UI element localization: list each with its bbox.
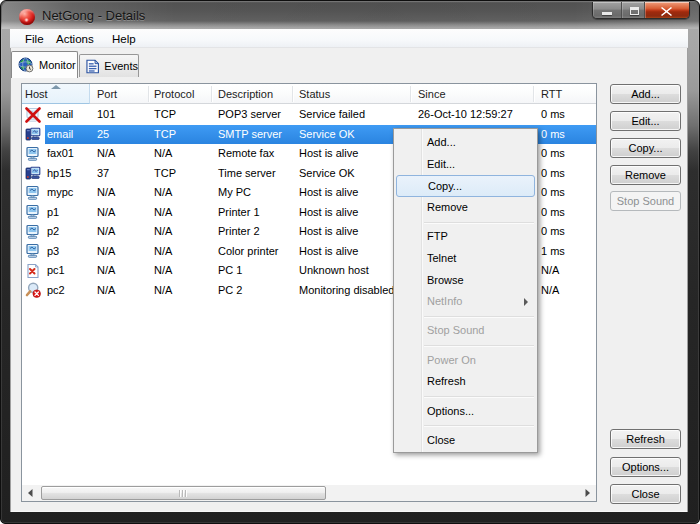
column-divider[interactable]: [410, 86, 411, 102]
cell-rtt: N/A: [541, 261, 559, 281]
context-menu-edit[interactable]: Edit...: [396, 154, 535, 176]
app-window: NetGong - Details FileActionsHelp: [0, 0, 700, 524]
stop-sound-button[interactable]: Stop Sound: [610, 191, 681, 211]
column-divider[interactable]: [533, 86, 534, 102]
cell-status: Host is alive: [299, 183, 358, 203]
column-header-description[interactable]: Description: [218, 84, 273, 103]
cell-since: 26-Oct-10 12:59:27: [418, 105, 513, 125]
scroll-right-arrow-icon[interactable]: [579, 485, 596, 501]
cell-port: N/A: [97, 203, 115, 223]
cell-status: Service OK: [299, 125, 355, 145]
context-menu-stop-sound[interactable]: Stop Sound: [396, 320, 535, 342]
remove-button[interactable]: Remove: [610, 165, 681, 185]
context-menu-item-label: Options...: [427, 401, 474, 423]
menu-separator: [424, 222, 534, 223]
context-menu-power-on[interactable]: Power On: [396, 350, 535, 372]
column-divider[interactable]: [292, 86, 293, 102]
host-service-icon: [25, 126, 41, 142]
cell-host: email: [47, 125, 73, 145]
context-menu-item-label: Edit...: [427, 154, 455, 176]
refresh-button[interactable]: Refresh: [610, 429, 681, 449]
app-icon[interactable]: [19, 9, 35, 25]
minimize-button[interactable]: [593, 2, 621, 18]
cell-port: N/A: [97, 144, 115, 164]
host-alive-icon: [25, 224, 41, 240]
caption-buttons: [592, 2, 690, 19]
context-menu-options[interactable]: Options...: [396, 401, 535, 423]
menu-file[interactable]: File: [25, 31, 44, 47]
cell-status: Monitoring disabled: [299, 281, 394, 301]
host-unknown-icon: [25, 263, 41, 279]
cell-host: p3: [47, 242, 59, 262]
copy-button[interactable]: Copy...: [610, 138, 681, 158]
column-divider[interactable]: [148, 86, 149, 102]
menu-actions[interactable]: Actions: [56, 31, 94, 47]
edit-button[interactable]: Edit...: [610, 111, 681, 131]
cell-protocol: N/A: [154, 183, 172, 203]
cell-protocol: TCP: [154, 105, 176, 125]
host-alive-icon: [25, 204, 41, 220]
cell-host: email: [47, 105, 73, 125]
scrollbar-thumb[interactable]: [41, 486, 326, 500]
cell-status: Service failed: [299, 105, 365, 125]
context-menu-refresh[interactable]: Refresh: [396, 371, 535, 393]
context-menu-netinfo[interactable]: NetInfo: [396, 291, 535, 313]
column-header-since[interactable]: Since: [418, 84, 446, 103]
cell-port: N/A: [97, 183, 115, 203]
context-menu-item-label: Browse: [427, 270, 464, 292]
horizontal-scrollbar[interactable]: [22, 485, 596, 501]
context-menu-item-label: Add...: [427, 132, 456, 154]
host-service-icon: [25, 165, 41, 181]
table-row-email[interactable]: email101TCPPOP3 serverService failed26-O…: [22, 105, 596, 125]
cell-status: Service OK: [299, 164, 355, 184]
cell-protocol: TCP: [154, 164, 176, 184]
tab-events[interactable]: Events: [79, 54, 139, 77]
cell-rtt: 0 ms: [541, 164, 565, 184]
context-menu-copy[interactable]: Copy...: [396, 175, 535, 197]
cell-description: Printer 1: [218, 203, 260, 223]
context-menu-item-label: Power On: [427, 350, 476, 372]
column-header-status[interactable]: Status: [299, 84, 330, 103]
cell-port: N/A: [97, 242, 115, 262]
menu-separator: [424, 316, 534, 317]
column-header-port[interactable]: Port: [97, 84, 117, 103]
close-button[interactable]: [645, 2, 689, 18]
column-header-rtt[interactable]: RTT: [541, 84, 562, 103]
context-menu-browse[interactable]: Browse: [396, 270, 535, 292]
scroll-left-arrow-icon[interactable]: [22, 485, 39, 501]
context-menu-add[interactable]: Add...: [396, 132, 535, 154]
close-icon: [661, 7, 672, 16]
context-menu-telnet[interactable]: Telnet: [396, 248, 535, 270]
cell-protocol: N/A: [154, 281, 172, 301]
maximize-button[interactable]: [621, 2, 646, 18]
context-menu-ftp[interactable]: FTP: [396, 226, 535, 248]
column-divider[interactable]: [211, 86, 212, 102]
context-menu-close[interactable]: Close: [396, 430, 535, 452]
cell-protocol: TCP: [154, 125, 176, 145]
add-button[interactable]: Add...: [610, 84, 681, 104]
client-area: FileActionsHelp Monitor: [10, 29, 688, 512]
options-button[interactable]: Options...: [610, 457, 681, 477]
tab-monitor[interactable]: Monitor: [11, 51, 78, 78]
menu-separator: [424, 396, 534, 397]
cell-host: mypc: [47, 183, 73, 203]
cell-protocol: N/A: [154, 242, 172, 262]
context-menu-item-label: FTP: [427, 226, 448, 248]
cell-protocol: N/A: [154, 203, 172, 223]
cell-description: My PC: [218, 183, 251, 203]
cell-rtt: 1 ms: [541, 242, 565, 262]
cell-host: pc1: [47, 261, 65, 281]
column-header-host[interactable]: Host: [25, 84, 48, 103]
tab-events-label: Events: [104, 60, 138, 72]
menubar: FileActionsHelp: [10, 29, 688, 48]
minimize-icon: [602, 12, 612, 15]
cell-status: Host is alive: [299, 222, 358, 242]
menu-help[interactable]: Help: [112, 31, 136, 47]
context-menu-remove[interactable]: Remove: [396, 197, 535, 219]
window-title: NetGong - Details: [42, 8, 145, 23]
column-header-protocol[interactable]: Protocol: [154, 84, 194, 103]
cell-description: Time server: [218, 164, 276, 184]
close-button[interactable]: Close: [610, 484, 681, 504]
cell-protocol: N/A: [154, 144, 172, 164]
cell-host: pc2: [47, 281, 65, 301]
